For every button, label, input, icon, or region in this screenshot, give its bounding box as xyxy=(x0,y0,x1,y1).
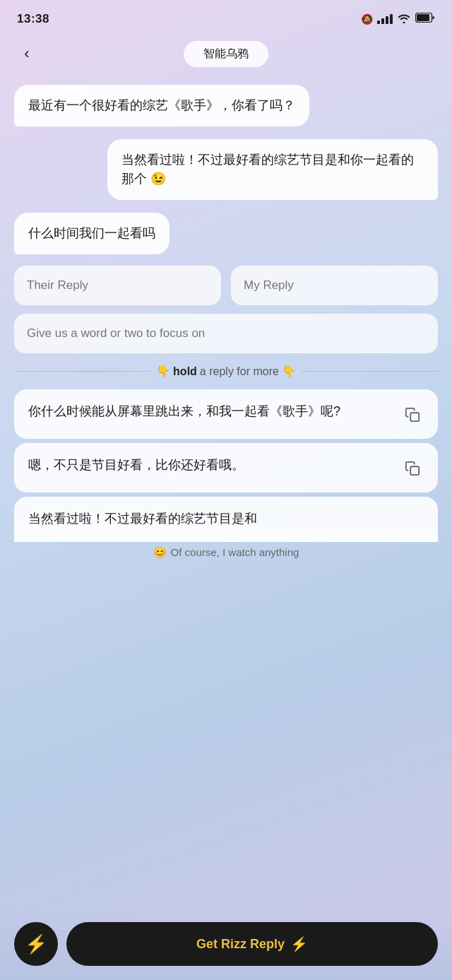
message-sent-1: 当然看过啦！不过最好看的综艺节目是和你一起看的那个 😉 xyxy=(107,139,438,200)
divider-line-left xyxy=(14,371,150,372)
suggestion-card-3-partial: 当然看过啦！不过最好看的综艺节目是和 xyxy=(14,497,438,542)
hold-divider: 👇 hold a reply for more 👇 xyxy=(0,358,452,385)
copy-button-1[interactable] xyxy=(401,403,424,426)
lightning-icon: ⚡ xyxy=(25,933,47,955)
get-rizz-emoji: ⚡ xyxy=(290,935,308,952)
bell-icon: 🔕 xyxy=(361,13,373,25)
hold-emoji-right: 👇 xyxy=(282,365,296,378)
suggestion-text-1: 你什么时候能从屏幕里跳出来，和我一起看《歌手》呢? xyxy=(28,402,401,422)
their-reply-input[interactable] xyxy=(14,266,221,305)
focus-input[interactable] xyxy=(14,314,438,353)
svg-rect-2 xyxy=(410,413,419,421)
hold-bold-text: hold xyxy=(173,365,197,378)
message-text-2: 当然看过啦！不过最好看的综艺节目是和你一起看的那个 😉 xyxy=(121,153,414,186)
signal-bars-icon xyxy=(377,14,393,24)
svg-rect-1 xyxy=(417,14,429,21)
message-text-1: 最近有一个很好看的综艺《歌手》，你看了吗？ xyxy=(28,98,295,112)
status-time: 13:38 xyxy=(17,12,49,26)
bottom-hint: 😊 Of course, I watch anything xyxy=(0,542,452,622)
status-icons: 🔕 xyxy=(361,13,435,25)
reply-input-row xyxy=(0,261,452,309)
hold-emoji-left: 👇 xyxy=(156,365,170,378)
bottom-hint-text: Of course, I watch anything xyxy=(171,546,299,558)
get-rizz-label: Get Rizz Reply xyxy=(196,937,285,952)
header-title-container: 智能乌鸦 xyxy=(184,41,268,67)
my-reply-input[interactable] xyxy=(231,266,438,305)
status-bar: 13:38 🔕 xyxy=(0,0,452,35)
header-title: 智能乌鸦 xyxy=(184,41,268,67)
message-received-2: 什么时间我们一起看吗 xyxy=(14,213,170,254)
lightning-button[interactable]: ⚡ xyxy=(14,922,58,966)
get-rizz-button[interactable]: Get Rizz Reply ⚡ xyxy=(66,922,438,966)
message-text-3: 什么时间我们一起看吗 xyxy=(28,226,155,240)
hold-rest-text: a reply for more xyxy=(200,365,279,378)
focus-input-row xyxy=(0,309,452,358)
suggestion-card-2: 嗯，不只是节目好看，比你还好看哦。 xyxy=(14,443,438,492)
suggestion-card-1: 你什么时候能从屏幕里跳出来，和我一起看《歌手》呢? xyxy=(14,389,438,439)
wifi-icon xyxy=(397,13,411,25)
bottom-bar: ⚡ Get Rizz Reply ⚡ xyxy=(0,914,452,980)
svg-rect-3 xyxy=(410,466,419,475)
header: ‹ 智能乌鸦 xyxy=(0,35,452,78)
suggestion-text-2: 嗯，不只是节目好看，比你还好看哦。 xyxy=(28,456,401,476)
message-received-1: 最近有一个很好看的综艺《歌手》，你看了吗？ xyxy=(14,85,309,126)
partial-fade xyxy=(14,521,438,542)
bottom-hint-emoji: 😊 xyxy=(153,546,167,559)
chat-area: 最近有一个很好看的综艺《歌手》，你看了吗？ 当然看过啦！不过最好看的综艺节目是和… xyxy=(0,78,452,261)
back-chevron-icon: ‹ xyxy=(24,45,29,63)
hold-text: 👇 hold a reply for more 👇 xyxy=(156,365,296,378)
back-button[interactable]: ‹ xyxy=(14,41,40,66)
copy-button-2[interactable] xyxy=(401,457,424,480)
divider-line-right xyxy=(302,371,438,372)
battery-icon xyxy=(415,13,435,25)
